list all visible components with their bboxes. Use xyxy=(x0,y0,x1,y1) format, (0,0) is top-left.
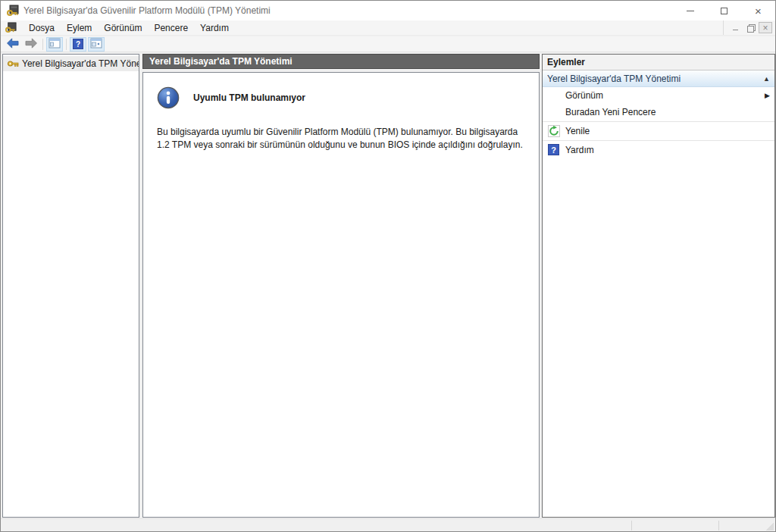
results-pane: Yerel Bilgisayar'da TPM Yönetimi xyxy=(142,54,540,518)
mdi-restore-icon xyxy=(747,24,754,31)
new-window-icon xyxy=(90,38,102,51)
actions-group-header[interactable]: Yerel Bilgisayar'da TPM Yönetimi ▲ xyxy=(543,70,774,87)
titlebar: Yerel Bilgisayar'da Güvenilir Platform M… xyxy=(1,1,775,20)
action-item-buradan-yeni-pencere[interactable]: Buradan Yeni Pencere xyxy=(543,104,774,120)
menu-pencere[interactable]: Pencere xyxy=(148,20,194,35)
actions-group-label: Yerel Bilgisayar'da TPM Yönetimi xyxy=(547,74,681,84)
collapse-icon[interactable]: ▲ xyxy=(763,75,770,83)
results-pane-header: Yerel Bilgisayar'da TPM Yönetimi xyxy=(142,54,540,69)
forward-arrow-icon xyxy=(24,38,38,51)
window-controls: × xyxy=(673,1,775,20)
tpm-key-icon xyxy=(7,58,19,70)
tree-item-tpm-management[interactable]: Yerel Bilgisayar'da TPM Yönetimi xyxy=(3,56,139,71)
action-item-gorunum[interactable]: Görünüm ▶ xyxy=(543,87,774,104)
actions-separator xyxy=(543,121,774,122)
show-hide-console-tree-button[interactable] xyxy=(46,37,63,52)
back-button[interactable] xyxy=(5,37,21,52)
status-bar-divider xyxy=(631,521,632,530)
results-pane-body: Uyumlu TPM bulunamıyor Bu bilgisayarda u… xyxy=(142,72,540,518)
tpm-key-icon xyxy=(7,5,19,17)
mdi-minimize-button[interactable] xyxy=(728,22,742,33)
status-message-title: Uyumlu TPM bulunamıyor xyxy=(193,92,305,103)
resize-grip-icon[interactable] xyxy=(766,523,774,530)
toolbar-separator xyxy=(42,39,43,50)
status-message-row: Uyumlu TPM bulunamıyor xyxy=(157,86,539,109)
minimize-icon xyxy=(687,11,694,11)
back-arrow-icon xyxy=(6,38,20,51)
mdi-restore-button[interactable] xyxy=(743,22,757,33)
maximize-icon xyxy=(721,8,728,14)
refresh-icon xyxy=(548,125,560,137)
minimize-button[interactable] xyxy=(673,1,707,20)
help-icon: ? xyxy=(73,39,83,49)
menu-yardim[interactable]: Yardım xyxy=(194,20,235,35)
actions-pane-title: Eylemler xyxy=(543,55,774,70)
maximize-button[interactable] xyxy=(707,1,741,20)
close-button[interactable]: × xyxy=(741,1,775,20)
info-icon xyxy=(157,86,180,109)
action-item-label: Görünüm xyxy=(565,90,603,101)
forward-button[interactable] xyxy=(23,37,39,52)
menu-gorunum[interactable]: Görünüm xyxy=(98,20,148,35)
help-icon: ? xyxy=(548,144,560,156)
tree-item-label: Yerel Bilgisayar'da TPM Yönetimi xyxy=(22,58,139,69)
status-message-body: Bu bilgisayarda uyumlu bir Güvenilir Pla… xyxy=(157,126,525,152)
actions-separator xyxy=(543,140,774,141)
window-title: Yerel Bilgisayar'da Güvenilir Platform M… xyxy=(23,5,271,16)
action-item-label: Yenile xyxy=(565,126,590,136)
mdi-close-icon: × xyxy=(762,23,768,33)
action-item-label: Yardım xyxy=(565,145,594,155)
action-item-yardim[interactable]: ? Yardım xyxy=(543,142,774,158)
action-item-label: Buradan Yeni Pencere xyxy=(565,107,656,117)
mmc-window: Yerel Bilgisayar'da Güvenilir Platform M… xyxy=(0,0,776,532)
console-tree-icon xyxy=(48,38,61,51)
console-tpm-icon xyxy=(5,22,17,33)
new-window-button[interactable] xyxy=(88,37,105,52)
status-bar xyxy=(1,518,775,532)
actions-pane: Eylemler Yerel Bilgisayar'da TPM Yönetim… xyxy=(542,54,775,518)
menu-eylem[interactable]: Eylem xyxy=(61,20,98,35)
submenu-arrow-icon: ▶ xyxy=(765,92,770,99)
status-bar-divider xyxy=(718,521,719,530)
mdi-close-button[interactable]: × xyxy=(759,22,772,33)
toolbar: ? xyxy=(1,36,775,52)
mdi-window-controls: × xyxy=(723,20,775,35)
toolbar-separator xyxy=(66,39,67,50)
mdi-minimize-icon xyxy=(733,30,738,30)
action-item-yenile[interactable]: Yenile xyxy=(543,123,774,139)
console-tree-pane: Yerel Bilgisayar'da TPM Yönetimi xyxy=(2,54,139,518)
menubar: Dosya Eylem Görünüm Pencere Yardım × xyxy=(1,20,775,36)
menu-dosya[interactable]: Dosya xyxy=(23,20,61,35)
help-button[interactable]: ? xyxy=(70,37,86,52)
